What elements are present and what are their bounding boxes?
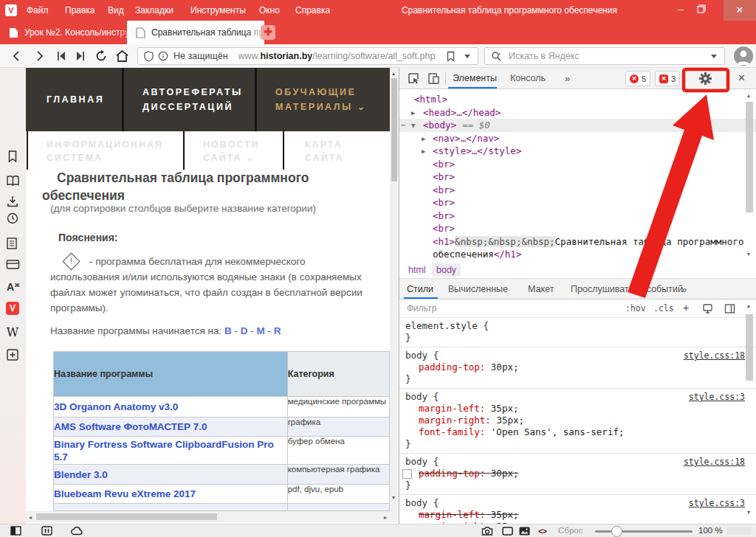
url-field[interactable]: Не защищён www.historian.by/learning/sof… (137, 47, 478, 65)
css-rule[interactable]: element.style { } (399, 318, 756, 347)
col-header-category[interactable]: Категория (287, 352, 389, 397)
new-tab-button[interactable]: ✚ (261, 25, 275, 40)
site-nav-infosystem[interactable]: ИНФОРМАЦИОННАЯ СИСТЕМА (47, 138, 187, 164)
dom-node[interactable]: <br> (399, 222, 756, 235)
tab-console[interactable]: Консоль (510, 73, 546, 83)
add-panel-icon[interactable] (6, 348, 19, 361)
expand-arrow-icon[interactable]: ▶ (411, 107, 415, 120)
translate-icon[interactable]: A ж (6, 280, 21, 293)
styles-scroll-up-arrow[interactable]: ▴ (747, 302, 750, 310)
more-tabs-button[interactable]: » (565, 73, 570, 84)
breadcrumb-body[interactable]: body (432, 263, 461, 277)
class-toggle[interactable]: .cls (653, 303, 674, 313)
rendering-emulation-icon[interactable] (702, 303, 713, 314)
rule-source-link[interactable]: style.css:3 (689, 497, 745, 509)
capture-page-icon[interactable] (481, 526, 493, 536)
tab-elements[interactable]: Элементы (453, 73, 497, 83)
menu-window[interactable]: Окно (259, 5, 280, 15)
panel-toggle-icon[interactable] (10, 526, 21, 536)
styles-filter-input[interactable]: Фильтр (407, 303, 436, 313)
sync-cloud-icon[interactable] (71, 526, 83, 536)
page-actions-icon[interactable]: <> (538, 527, 546, 536)
property-checkbox[interactable] (402, 469, 412, 479)
dom-node-selected[interactable]: ⋯ ▼ <body>== $0 (399, 119, 756, 132)
site-nav-home[interactable]: ГЛАВНАЯ (47, 92, 104, 107)
scroll-up-arrow[interactable]: ▴ (392, 70, 395, 77)
tiling-icon[interactable] (41, 526, 52, 536)
dom-node[interactable]: обеспечения</h1> (399, 248, 756, 261)
site-nav-sitemap[interactable]: КАРТА САЙТА (305, 138, 371, 164)
program-link[interactable]: Bluebeam Revu eXtreme 2017 (54, 485, 288, 504)
expand-arrow-icon[interactable]: ▶ (422, 145, 425, 159)
settings-gear-icon[interactable] (698, 72, 712, 86)
home-icon[interactable] (115, 49, 129, 63)
menu-help[interactable]: Справка (295, 5, 330, 15)
css-property[interactable]: font-family: 'Open Sans', sans-serif; (405, 426, 756, 438)
close-devtools-icon[interactable]: ✕ (738, 72, 746, 83)
rule-source-link[interactable]: style.css:18 (684, 456, 745, 468)
tab-computed[interactable]: Вычисленные (448, 284, 508, 294)
wikipedia-panel-icon[interactable]: W (6, 325, 19, 339)
downloads-icon[interactable] (6, 195, 19, 208)
css-rule[interactable]: body { padding-top: 30px; } style.css:18 (399, 347, 756, 389)
dom-node[interactable]: ▶<head>…</head> (399, 106, 756, 119)
breadcrumb-html[interactable]: html (408, 265, 426, 275)
vivaldi-panel-icon[interactable]: V (6, 302, 19, 315)
search-engine-caret[interactable] (711, 55, 717, 58)
scrollbar-thumb[interactable] (391, 78, 397, 181)
menu-view[interactable]: Вид (108, 5, 124, 15)
collapse-arrow-icon[interactable]: ▼ (411, 119, 415, 133)
bookmark-dropdown-caret[interactable] (464, 55, 470, 58)
alpha-link-d[interactable]: D (241, 325, 248, 336)
zoom-reset-button[interactable]: Сброс (558, 526, 583, 535)
overflow-dots[interactable]: ⋯ (401, 119, 406, 132)
css-property-disabled[interactable]: padding-top: 30px; (405, 468, 756, 479)
css-rule[interactable]: body { margin-left: 35px; margin-right: … (399, 495, 756, 524)
program-link[interactable]: Binary Fortress Software ClipboardFusion… (54, 437, 288, 465)
zoom-slider[interactable] (595, 530, 693, 533)
alpha-link-m[interactable]: M (257, 325, 265, 336)
dom-node[interactable]: <html> (399, 93, 756, 106)
notes-icon[interactable] (6, 237, 18, 250)
restore-button[interactable] (697, 4, 706, 13)
site-nav-news[interactable]: НОВОСТИ САЙТА ⌄ (203, 138, 277, 164)
dom-node[interactable]: <br> (399, 209, 756, 223)
dom-scroll-up-arrow[interactable]: ▴ (747, 92, 750, 100)
site-nav-materials[interactable]: ОБУЧАЮЩИЕ МАТЕРИАЛЫ ⌄ (275, 85, 386, 114)
program-link[interactable]: 3D Organon Anatomy v3.0 (54, 397, 288, 418)
dom-node[interactable]: <br> (399, 184, 756, 197)
search-icon[interactable] (491, 51, 502, 62)
program-link[interactable]: AMS Software ФотоМАСТЕР 7.0 (54, 418, 288, 437)
menu-bookmarks[interactable]: Закладки (135, 5, 173, 15)
profile-avatar[interactable] (734, 46, 753, 66)
zoom-slider-knob[interactable] (611, 526, 622, 537)
css-rule[interactable]: body { padding-top: 30px; } style.css:18 (399, 454, 756, 495)
reading-list-icon[interactable] (6, 175, 20, 187)
tab-layout[interactable]: Макет (528, 284, 554, 294)
inspect-element-icon[interactable] (408, 72, 420, 85)
site-nav-abstracts[interactable]: АВТОРЕФЕРАТЫ ДИССЕРТАЦИЙ (142, 85, 255, 114)
rewind-icon[interactable] (55, 49, 68, 63)
css-property[interactable]: margin-right: 35px; (405, 415, 756, 426)
alpha-link-r[interactable]: R (274, 325, 281, 336)
css-property-disabled[interactable]: margin-left: 35px; (405, 509, 756, 521)
dom-node[interactable]: <br> (399, 158, 756, 171)
tab-comparison-table-active[interactable]: Сравнительная таблица пр (127, 21, 264, 44)
page-vertical-scrollbar[interactable]: ▴ ▾ (390, 68, 399, 522)
close-button[interactable]: ✕ (724, 0, 756, 21)
page-horizontal-scrollbar[interactable]: ◂ ▸ (26, 511, 390, 522)
bookmark-icon[interactable] (446, 51, 456, 62)
dom-node[interactable]: ▶<nav>…</nav> (399, 132, 756, 145)
bookmarks-panel-icon[interactable] (6, 150, 19, 163)
issues-count-badge[interactable]: ✕ 3 (655, 71, 680, 86)
search-field[interactable]: Искать в Яндекс (484, 47, 725, 65)
history-icon[interactable] (6, 212, 19, 225)
rule-source-link[interactable]: style.css:18 (684, 350, 745, 361)
scroll-left-arrow[interactable]: ◂ (29, 514, 32, 522)
window-panel-icon[interactable] (6, 259, 20, 270)
tab-event-listeners[interactable]: Прослушиватели событий (571, 284, 683, 294)
minimize-button[interactable]: – (670, 3, 691, 18)
program-link[interactable]: Blender 3.0 (54, 465, 288, 485)
rule-source-link[interactable]: style.css:3 (689, 391, 745, 403)
shield-icon[interactable] (144, 51, 154, 62)
